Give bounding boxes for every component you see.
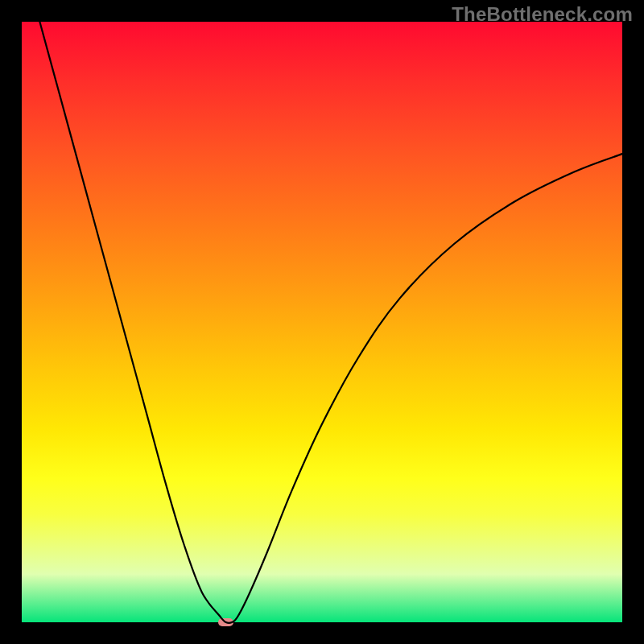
bottleneck-curve: [22, 22, 622, 622]
chart-frame: TheBottleneck.com: [0, 0, 644, 644]
plot-area: [22, 22, 622, 622]
watermark-text: TheBottleneck.com: [452, 3, 633, 26]
bottleneck-curve-path: [39, 22, 622, 623]
